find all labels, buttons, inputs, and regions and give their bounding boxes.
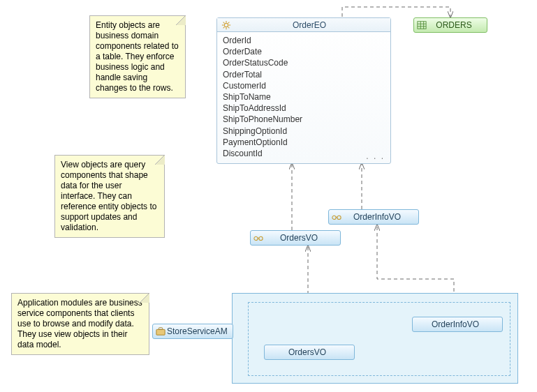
entity-attr: CustomerId: [223, 80, 385, 91]
entity-attr: PaymentOptionId: [223, 137, 385, 148]
entity-order-eo[interactable]: OrderEO OrderId OrderDate OrderStatusCod…: [216, 17, 391, 164]
briefcase-icon: [156, 326, 165, 336]
svg-point-17: [337, 216, 341, 219]
svg-point-16: [332, 216, 336, 219]
gear-icon: [221, 20, 231, 30]
glasses-icon: [253, 233, 263, 243]
svg-point-15: [259, 236, 263, 240]
svg-line-5: [223, 22, 225, 23]
entity-attr: ShipToPhoneNumber: [223, 114, 385, 125]
am-usage-label: OrdersVO: [267, 347, 347, 357]
svg-rect-9: [418, 22, 426, 29]
svg-point-0: [224, 23, 228, 27]
table-orders[interactable]: ORDERS: [413, 17, 487, 33]
entity-attr: OrderId: [223, 35, 385, 46]
svg-line-7: [223, 27, 225, 28]
view-orders-vo[interactable]: OrdersVO: [250, 230, 341, 246]
entity-attr: OrderTotal: [223, 69, 385, 80]
view-label: OrderInfoVO: [343, 212, 411, 222]
entity-attr: ShippingOptionId: [223, 126, 385, 137]
am-usage-orders-vo[interactable]: OrdersVO: [264, 345, 355, 360]
view-orderinfo-vo[interactable]: OrderInfoVO: [328, 209, 419, 225]
entity-attr: ShipToAddressId: [223, 103, 385, 114]
entity-attributes: OrderId OrderDate OrderStatusCode OrderT…: [217, 32, 390, 163]
entity-attr: OrderStatusCode: [223, 57, 385, 68]
note-entity-objects: Entity objects are business domain compo…: [89, 15, 186, 98]
entity-title: OrderEO: [233, 20, 386, 30]
am-usage-orderinfo-vo[interactable]: OrderInfoVO: [412, 317, 503, 332]
view-label: OrdersVO: [265, 233, 333, 243]
note-view-objects: View objects are query components that s…: [54, 155, 165, 238]
svg-rect-18: [156, 329, 165, 335]
table-label: ORDERS: [428, 20, 480, 30]
am-usage-label: OrderInfoVO: [415, 319, 495, 329]
svg-rect-19: [159, 328, 162, 330]
table-icon: [417, 20, 427, 30]
app-module-container[interactable]: [232, 293, 518, 384]
glasses-icon: [332, 212, 341, 222]
entity-attr: DiscountId: [223, 148, 385, 159]
svg-line-8: [228, 22, 230, 23]
app-module-inner: [248, 302, 510, 376]
svg-point-14: [254, 236, 258, 240]
app-module-storeservice[interactable]: StoreServiceAM: [152, 324, 233, 339]
app-module-label: StoreServiceAM: [167, 326, 228, 336]
note-application-modules: Application modules are business service…: [11, 293, 149, 355]
entity-attr: OrderDate: [223, 46, 385, 57]
svg-line-6: [228, 27, 230, 28]
entity-attr: ShipToName: [223, 91, 385, 103]
